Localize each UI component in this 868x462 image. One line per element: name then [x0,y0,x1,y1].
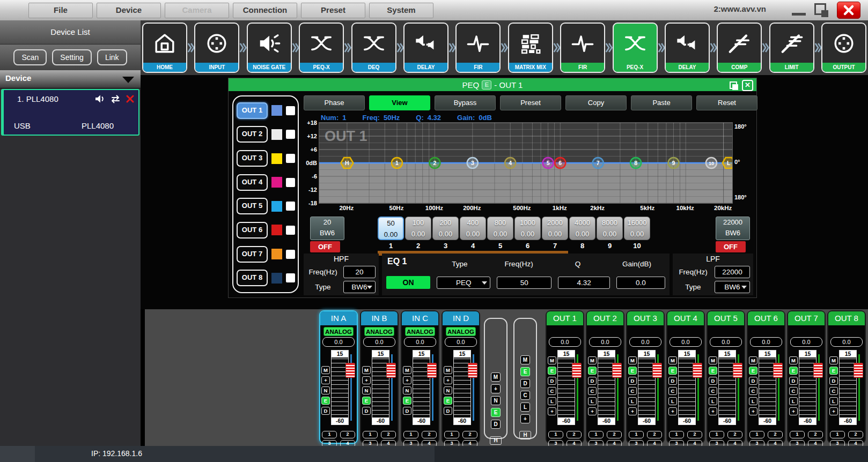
strip-button-n[interactable]: N [403,386,411,394]
channel-color-swatch[interactable] [271,129,282,140]
strip-out-4[interactable]: OUT 40.015-60MEDCL+1234 [666,310,705,444]
lpf-type-select[interactable]: BW6 [715,281,750,293]
route-button-1[interactable]: 1 [589,431,604,438]
gain-value-box[interactable]: 0.0 [445,337,477,347]
sync-loop-icon[interactable] [110,95,121,106]
link-button-m[interactable]: M [491,372,501,382]
route-button-1[interactable]: 1 [322,431,337,438]
strip-button-n[interactable]: N [444,386,452,394]
fader-knob[interactable] [733,363,742,378]
tab-paste[interactable]: Paste [631,95,692,110]
strip-button-plus[interactable]: + [829,407,838,415]
channel-checkbox[interactable] [286,202,295,211]
hpf-off-button[interactable]: OFF [310,241,340,252]
strip-button-plus[interactable]: + [362,376,371,384]
strip-button-plus[interactable]: + [548,407,556,415]
strip-out-5[interactable]: OUT 50.015-60MEDCL+1234 [707,310,745,444]
route-button-2[interactable]: 2 [808,431,823,438]
strip-button-plus[interactable]: + [403,376,411,384]
strip-button-l[interactable]: L [668,397,677,405]
lpf-off-button[interactable]: OFF [716,241,746,252]
channel-checkbox[interactable] [286,106,295,115]
route-button-2[interactable]: 2 [381,431,396,438]
band-button-9[interactable]: 80000.00 [597,217,623,240]
strip-button-e[interactable]: E [362,397,371,405]
route-button-2[interactable]: 2 [727,431,742,438]
band-button-6[interactable]: 10000.00 [514,217,541,240]
strip-button-plus[interactable]: + [709,407,717,415]
chain-step-delay[interactable]: DELAY [403,23,448,73]
gain-value-box[interactable]: 0.0 [790,337,822,347]
strip-button-d[interactable]: D [362,407,371,415]
strip-button-d[interactable]: D [749,377,757,385]
strip-button-plus[interactable]: + [588,407,597,415]
route-button-2[interactable]: 2 [647,431,662,438]
strip-button-d[interactable]: D [789,377,798,385]
channel-color-swatch[interactable] [271,105,282,116]
strip-button-m[interactable]: M [403,366,411,374]
strip-button-c[interactable]: C [829,387,838,395]
strip-in-d[interactable]: IN DANALOG0.015-60M+NED1234 [442,310,480,444]
strip-button-plus[interactable]: + [628,407,637,415]
strip-button-plus[interactable]: + [668,407,677,415]
band-button-5[interactable]: 8000.00 [487,217,513,240]
setting-button[interactable]: Setting [52,49,92,65]
tab-copy[interactable]: Copy [565,95,627,110]
strip-button-e[interactable]: E [321,397,330,405]
strip-button-l[interactable]: L [588,397,597,405]
fader-knob[interactable] [345,363,355,378]
collapse-button[interactable]: H [519,431,531,439]
strip-button-m[interactable]: M [789,356,798,364]
strip-button-m[interactable]: M [321,366,330,374]
strip-button-l[interactable]: L [709,397,717,405]
gain-value-box[interactable]: 0.0 [750,337,782,347]
strip-button-m[interactable]: M [362,366,371,374]
route-button-2[interactable]: 2 [340,431,355,438]
link-button-e[interactable]: E [520,367,530,376]
strip-out-3[interactable]: OUT 30.015-60MEDCL+1234 [626,310,665,444]
link-button-d[interactable]: D [520,379,530,388]
peq-dialog-titlebar[interactable]: PEQ E - OUT 1 ✕ [229,78,756,91]
strip-out-2[interactable]: OUT 20.015-60MEDCL+1234 [586,310,624,444]
chain-step-matrix-mix[interactable]: MATRIX MIX [508,23,553,73]
channel-button-out-2[interactable]: OUT 2 [237,126,268,143]
route-button-2[interactable]: 2 [768,431,783,438]
collapse-button[interactable]: H [490,436,502,445]
route-button-1[interactable]: 1 [749,431,764,438]
strip-out-7[interactable]: OUT 70.015-60MEDCL+1234 [787,310,826,444]
eq-type-select[interactable]: PEQ [437,277,490,289]
channel-color-swatch[interactable] [271,225,282,235]
link-strip-inputs[interactable]: M+NEDH [484,318,507,439]
link-button-d[interactable]: D [491,420,501,429]
fader-knob[interactable] [468,363,477,378]
strip-button-e[interactable]: E [749,367,757,375]
gain-value-box[interactable]: 0.0 [710,337,742,347]
speaker-icon[interactable] [95,94,105,106]
channel-color-swatch[interactable] [271,153,282,164]
strip-button-c[interactable]: C [749,387,757,395]
chain-step-fir[interactable]: FIR [455,23,501,73]
route-button-2[interactable]: 2 [848,431,863,438]
strip-out-6[interactable]: OUT 60.015-60MEDCL+1234 [747,310,785,444]
hpf-type-select[interactable]: BW6 [343,281,376,293]
fader-knob[interactable] [773,363,783,378]
tab-preset[interactable]: Preset [500,95,561,110]
tab-reset[interactable]: Reset [696,95,757,110]
strip-in-a[interactable]: IN AANALOG0.015-60M+NED1234 [319,310,358,444]
minimize-icon[interactable] [792,13,806,16]
band-button-10[interactable]: 160000.00 [624,217,650,240]
strip-button-m[interactable]: M [668,356,677,364]
gain-value-box[interactable]: 0.0 [589,337,621,347]
strip-button-c[interactable]: C [789,387,798,395]
channel-checkbox[interactable] [286,130,295,139]
strip-button-c[interactable]: C [588,387,597,395]
eq-on-button[interactable]: ON [386,276,430,289]
strip-button-l[interactable]: L [548,397,556,405]
channel-color-swatch[interactable] [271,201,282,212]
link-strip-outputs[interactable]: MEDCL+H [513,318,537,439]
fader-knob[interactable] [427,363,437,378]
tab-view[interactable]: View [369,95,430,110]
strip-button-l[interactable]: L [628,397,637,405]
strip-button-d[interactable]: D [403,407,411,415]
close-icon[interactable] [837,2,860,19]
